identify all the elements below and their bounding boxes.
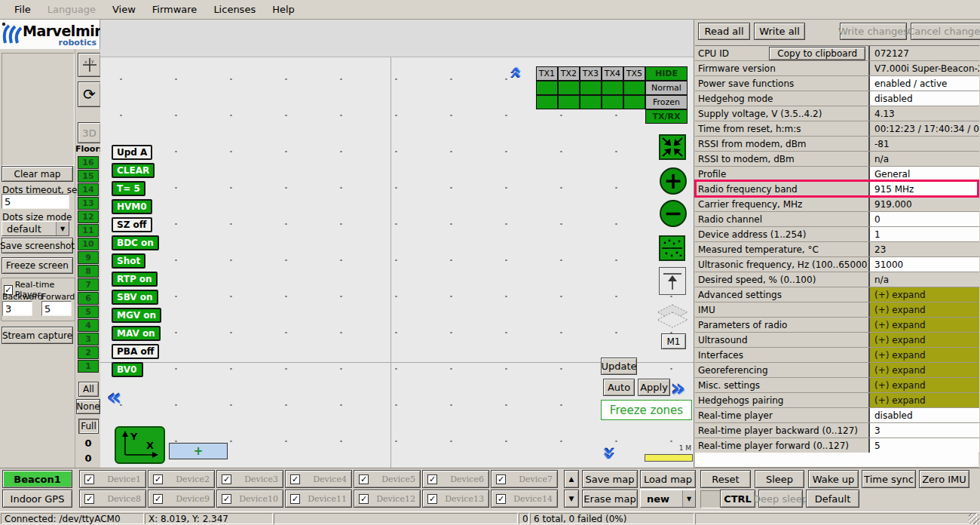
time-sync-button[interactable]: Time sync	[862, 470, 916, 488]
param-value[interactable]: -81	[870, 137, 979, 151]
param-value[interactable]: 3	[870, 423, 979, 438]
collapse-up-icon[interactable]: »	[505, 66, 525, 79]
param-value[interactable]: 31000	[870, 257, 979, 272]
tx-normal-cell-3[interactable]	[580, 81, 602, 95]
param-value[interactable]: V7.000i Super-Beacon-2	[870, 61, 979, 75]
param-value[interactable]: 919.000	[870, 197, 979, 211]
device-toggle-device5[interactable]: ✓Device5	[354, 470, 421, 488]
tx-frozen-cell-3[interactable]	[580, 95, 602, 109]
floors-none-button[interactable]: None	[76, 399, 100, 414]
floor-button-15[interactable]: 15	[78, 170, 99, 183]
dots-display-button[interactable]	[659, 235, 685, 261]
resize-grip[interactable]	[969, 514, 979, 524]
device-toggle-device10[interactable]: ✓Device10	[216, 490, 283, 508]
freeze-zones-button[interactable]: Freeze zones	[601, 400, 692, 420]
floor-button-2[interactable]: 2	[78, 346, 99, 359]
tx-frozen-cell-1[interactable]	[536, 95, 558, 109]
map-toggle-mav-on[interactable]: MAV on	[112, 326, 161, 341]
tx-normal-cell-1[interactable]	[536, 81, 558, 95]
device-checkbox[interactable]: ✓	[84, 494, 94, 504]
zoom-to-fit-button[interactable]	[659, 134, 686, 160]
xy-axes-tool-button[interactable]: x y	[78, 53, 101, 77]
device-toggle-device7[interactable]: ✓Device7	[491, 470, 558, 488]
layers-button[interactable]	[656, 302, 689, 332]
param-value[interactable]: (+) expand	[870, 287, 979, 302]
chevron-down-icon[interactable]: ▼	[682, 490, 695, 507]
tx-frozen-cell-2[interactable]	[558, 95, 580, 109]
device-checkbox[interactable]: ✓	[427, 474, 437, 484]
map-toggle-bdc-on[interactable]: BDC on	[112, 235, 159, 250]
sleep-button[interactable]: Sleep	[755, 470, 804, 488]
beacon-tab[interactable]: Beacon1	[2, 470, 72, 488]
tx-hide-button[interactable]: HIDE	[645, 66, 688, 81]
device-toggle-device11[interactable]: ✓Device11	[285, 490, 352, 508]
device-checkbox[interactable]: ✓	[84, 474, 94, 484]
rotate-tool-button[interactable]: ⟳	[78, 81, 101, 107]
floor-button-14[interactable]: 14	[78, 183, 99, 196]
floor-button-9[interactable]: 9	[78, 251, 99, 264]
device-toggle-device1[interactable]: ✓Device1	[79, 470, 146, 488]
zoom-out-button[interactable]: −	[660, 200, 687, 227]
param-value[interactable]: 4.13	[870, 106, 979, 121]
expand-right-icon[interactable]: »	[671, 377, 685, 400]
floors-full-button[interactable]: Full	[78, 419, 99, 434]
zoom-in-button[interactable]: +	[660, 167, 687, 195]
dots-timeout-input[interactable]: 5	[2, 194, 69, 209]
save-map-button[interactable]: Save map	[582, 470, 638, 488]
param-value[interactable]: 072127	[870, 46, 979, 60]
floor-button-10[interactable]: 10	[78, 238, 99, 250]
copy-to-clipboard-button[interactable]: Copy to clipboard	[769, 47, 865, 60]
update-button[interactable]: Update	[601, 358, 637, 375]
write-all-button[interactable]: Write all	[754, 23, 805, 40]
write-changes-button[interactable]: Write changes	[840, 23, 907, 40]
device-checkbox[interactable]: ✓	[153, 494, 163, 504]
floor-button-4[interactable]: 4	[78, 319, 99, 332]
param-value[interactable]: 0	[870, 212, 979, 226]
tx-normal-cell-5[interactable]	[623, 81, 645, 95]
auto-button[interactable]: Auto	[603, 379, 635, 396]
device-toggle-device13[interactable]: ✓Device13	[422, 490, 489, 508]
erase-map-button[interactable]: Erase map	[582, 490, 638, 508]
collapse-down-icon[interactable]: »	[599, 447, 620, 460]
device-checkbox[interactable]: ✓	[290, 494, 300, 504]
tx-header-tx1[interactable]: TX1	[536, 66, 558, 81]
param-value[interactable]: General	[870, 167, 979, 181]
read-all-button[interactable]: Read all	[698, 23, 750, 40]
floor-button-1[interactable]: 1	[78, 360, 99, 373]
device-toggle-device12[interactable]: ✓Device12	[354, 490, 421, 508]
map-toggle-bv0[interactable]: BV0	[112, 362, 143, 377]
device-checkbox[interactable]: ✓	[359, 474, 369, 484]
device-checkbox[interactable]: ✓	[496, 494, 506, 504]
tx-normal-cell-4[interactable]	[602, 81, 623, 95]
menu-item-file[interactable]: File	[6, 2, 39, 17]
device-toggle-device14[interactable]: ✓Device14	[491, 490, 558, 508]
freeze-screen-button[interactable]: Freeze screen	[2, 257, 73, 274]
floor-button-8[interactable]: 8	[78, 265, 99, 278]
device-checkbox[interactable]: ✓	[427, 494, 437, 504]
tx-frozen-button[interactable]: Frozen	[645, 95, 688, 109]
menu-item-help[interactable]: Help	[264, 2, 303, 17]
move-up-button[interactable]	[659, 267, 686, 295]
device-toggle-device3[interactable]: ✓Device3	[216, 470, 283, 488]
tx-header-tx4[interactable]: TX4	[602, 66, 623, 81]
map-toggle-mgv-on[interactable]: MGV on	[112, 308, 161, 323]
floors-all-button[interactable]: All	[78, 382, 99, 397]
tx-frozen-cell-4[interactable]	[602, 95, 623, 109]
param-value[interactable]: n/a	[870, 272, 979, 287]
floor-button-12[interactable]: 12	[78, 210, 99, 223]
add-submap-button[interactable]: +	[169, 443, 228, 459]
floor-button-6[interactable]: 6	[78, 292, 99, 305]
cancel-changes-button[interactable]: Cancel changes	[911, 23, 980, 40]
map-toggle-upd-a[interactable]: Upd A	[112, 145, 152, 160]
map-canvas[interactable]: Upd ACLEART= 5HVM0SZ offBDC onShotRTP on…	[100, 20, 694, 468]
map-toggle-shot[interactable]: Shot	[112, 253, 145, 269]
param-value[interactable]: 00:12:23 / 17:40:34 / 0	[870, 121, 979, 136]
tx-header-tx3[interactable]: TX3	[580, 66, 602, 81]
param-value[interactable]: (+) expand	[870, 378, 979, 392]
param-value[interactable]: (+) expand	[870, 363, 979, 377]
param-value[interactable]: disabled	[870, 408, 979, 422]
wake-up-button[interactable]: Wake up	[808, 470, 859, 488]
param-value[interactable]: (+) expand	[870, 348, 979, 362]
param-value[interactable]: 5	[870, 438, 979, 453]
device-checkbox[interactable]: ✓	[222, 474, 231, 484]
